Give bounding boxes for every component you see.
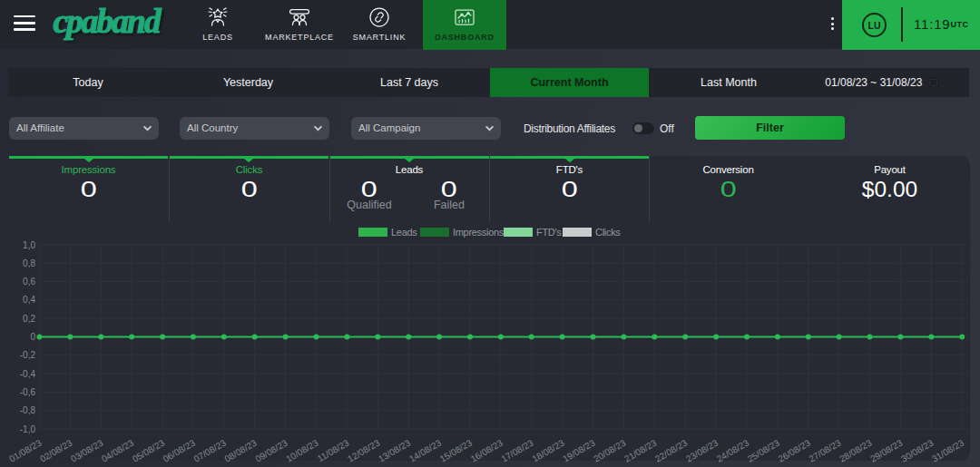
svg-text:27/08/23: 27/08/23 (807, 437, 843, 463)
svg-text:20/08/23: 20/08/23 (592, 437, 628, 463)
svg-text:01/08/23: 01/08/23 (7, 437, 44, 463)
svg-text:-0,2: -0,2 (20, 350, 36, 360)
svg-text:15/08/23: 15/08/23 (438, 437, 475, 463)
svg-text:28/08/23: 28/08/23 (838, 437, 874, 463)
svg-text:0,4: 0,4 (23, 295, 35, 305)
svg-text:24/08/23: 24/08/23 (715, 437, 751, 463)
svg-text:25/08/23: 25/08/23 (746, 437, 782, 463)
svg-text:-0,6: -0,6 (20, 387, 36, 397)
svg-text:26/08/23: 26/08/23 (777, 437, 813, 463)
svg-text:-0,4: -0,4 (20, 369, 36, 379)
svg-text:23/08/23: 23/08/23 (684, 437, 720, 463)
svg-text:0,6: 0,6 (23, 277, 35, 287)
svg-text:1,0: 1,0 (23, 240, 35, 250)
svg-text:14/08/23: 14/08/23 (407, 437, 444, 463)
svg-text:12/08/23: 12/08/23 (346, 437, 382, 463)
svg-text:21/08/23: 21/08/23 (622, 437, 659, 463)
svg-text:30/08/23: 30/08/23 (899, 437, 936, 463)
svg-text:0: 0 (30, 332, 35, 342)
svg-text:13/08/23: 13/08/23 (377, 437, 413, 463)
svg-text:03/08/23: 03/08/23 (69, 437, 105, 463)
svg-text:18/08/23: 18/08/23 (530, 437, 566, 463)
svg-text:0,2: 0,2 (23, 314, 35, 324)
svg-text:-0,8: -0,8 (20, 405, 36, 415)
svg-text:10/08/23: 10/08/23 (284, 437, 320, 463)
svg-text:0,8: 0,8 (23, 258, 35, 268)
svg-text:19/08/23: 19/08/23 (561, 437, 597, 463)
svg-text:29/08/23: 29/08/23 (868, 437, 905, 463)
svg-text:02/08/23: 02/08/23 (38, 437, 74, 463)
svg-text:-1,0: -1,0 (20, 424, 36, 434)
svg-text:05/08/23: 05/08/23 (131, 437, 167, 463)
svg-text:11/08/23: 11/08/23 (316, 437, 351, 463)
svg-text:09/08/23: 09/08/23 (253, 437, 289, 463)
svg-text:08/08/23: 08/08/23 (222, 437, 259, 463)
svg-text:16/08/23: 16/08/23 (469, 437, 505, 463)
svg-text:06/08/23: 06/08/23 (162, 437, 198, 463)
svg-text:22/08/23: 22/08/23 (653, 437, 690, 463)
svg-text:07/08/23: 07/08/23 (192, 437, 229, 463)
svg-text:04/08/23: 04/08/23 (100, 437, 136, 463)
svg-text:17/08/23: 17/08/23 (499, 437, 535, 463)
svg-text:31/08/23: 31/08/23 (930, 437, 966, 463)
